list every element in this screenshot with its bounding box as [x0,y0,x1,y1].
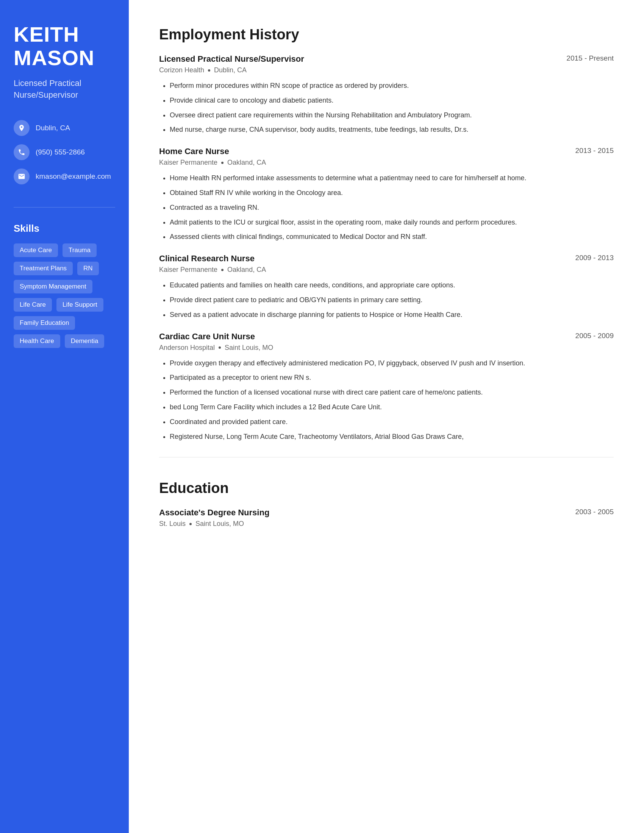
edu-school: St. LouisSaint Louis, MO [159,520,614,528]
list-item: Educated patients and families on health… [170,280,614,291]
job-bullets-list: Provide oxygen therapy and effectively a… [159,358,614,442]
skills-section: Skills Acute CareTraumaTreatment PlansRN… [14,223,115,348]
job-dates: 2009 - 2013 [575,254,614,262]
contact-phone: (950) 555-2866 [14,144,115,160]
edu-header: Associate's Degree Nursing2003 - 2005 [159,508,614,518]
school-location: Saint Louis, MO [195,520,244,528]
list-item: Assessed clients with clinical findings,… [170,232,614,242]
job-header: Cardiac Care Unit Nurse2005 - 2009 [159,332,614,341]
job-header: Home Care Nurse2013 - 2015 [159,146,614,156]
company-name: Corizon Health [159,66,204,74]
list-item: Registered Nurse, Long Term Acute Care, … [170,431,614,442]
dot-separator [208,69,210,72]
skill-tag: Life Support [56,298,103,312]
education-heading: Education [159,480,614,496]
job-dates: 2005 - 2009 [575,332,614,340]
list-item: Participated as a preceptor to orient ne… [170,372,614,383]
list-item: Admit patients to the ICU or surgical fl… [170,217,614,228]
list-item: Med nurse, charge nurse, CNA supervisor,… [170,124,614,135]
main-content: Employment History Licensed Practical Nu… [129,0,644,833]
employment-heading: Employment History [159,26,614,43]
job-company: Kaiser PermanenteOakland, CA [159,266,614,274]
skill-tag: RN [77,262,99,275]
edu-degree: Associate's Degree Nursing [159,508,269,518]
job-bullets-list: Perform minor procedures within RN scope… [159,80,614,135]
skill-tag: Acute Care [14,243,58,257]
list-item: Coordinated and provided patient care. [170,416,614,428]
list-item: Served as a patient advocate in discharg… [170,309,614,320]
job-entry: Licensed Practical Nurse/Supervisor2015 … [159,54,614,135]
skill-tag: Family Education [14,316,75,330]
contact-location: Dublin, CA [14,120,115,136]
email-icon [14,169,29,184]
job-entry: Cardiac Care Unit Nurse2005 - 2009Anders… [159,332,614,442]
sidebar: KEITH MASON Licensed Practical Nurse/Sup… [0,0,129,833]
job-entry: Clinical Research Nurse2009 - 2013Kaiser… [159,254,614,320]
sidebar-divider [14,207,115,207]
list-item: Contracted as a traveling RN. [170,202,614,213]
skill-tag: Health Care [14,334,60,348]
company-location: Dublin, CA [214,66,246,74]
list-item: Provide direct patient care to pediatric… [170,294,614,306]
edu-dates: 2003 - 2005 [575,508,614,516]
job-dates: 2015 - Present [566,54,614,63]
list-item: Perform minor procedures within RN scope… [170,80,614,91]
company-name: Kaiser Permanente [159,159,217,167]
candidate-title: Licensed Practical Nurse/Supervisor [14,78,115,101]
skill-tag: Life Care [14,298,52,312]
dot-separator [189,523,192,525]
location-icon [14,120,29,136]
company-location: Saint Louis, MO [225,344,273,352]
dot-separator [221,162,224,164]
skill-tag: Trauma [63,243,97,257]
dot-separator [219,346,221,349]
dot-separator [221,269,224,271]
phone-text: (950) 555-2866 [35,148,85,156]
education-entry: Associate's Degree Nursing2003 - 2005St.… [159,508,614,528]
contact-email: kmason@example.com [14,169,115,184]
education-container: Associate's Degree Nursing2003 - 2005St.… [159,508,614,528]
job-company: Anderson HospitalSaint Louis, MO [159,344,614,352]
list-item: Performed the function of a licensed voc… [170,387,614,398]
list-item: Provide clinical care to oncology and di… [170,95,614,106]
list-item: Oversee direct patient care requirements… [170,110,614,121]
job-header: Clinical Research Nurse2009 - 2013 [159,254,614,264]
job-bullets-list: Home Health RN performed intake assessme… [159,173,614,242]
skills-grid: Acute CareTraumaTreatment PlansRNSymptom… [14,243,115,348]
skill-tag: Treatment Plans [14,262,73,275]
list-item: Obtained Staff RN IV while working in th… [170,187,614,198]
list-item: bed Long Term Care Facility which includ… [170,402,614,413]
school-name: St. Louis [159,520,186,528]
job-bullets-list: Educated patients and families on health… [159,280,614,320]
job-title: Licensed Practical Nurse/Supervisor [159,54,304,64]
job-title: Clinical Research Nurse [159,254,254,264]
email-text: kmason@example.com [35,172,111,181]
job-dates: 2013 - 2015 [575,146,614,155]
candidate-name: KEITH MASON [14,23,115,69]
company-name: Kaiser Permanente [159,266,217,274]
job-title: Cardiac Care Unit Nurse [159,332,255,341]
job-title: Home Care Nurse [159,146,229,156]
company-name: Anderson Hospital [159,344,215,352]
job-header: Licensed Practical Nurse/Supervisor2015 … [159,54,614,64]
job-company: Kaiser PermanenteOakland, CA [159,159,614,167]
list-item: Home Health RN performed intake assessme… [170,173,614,183]
company-location: Oakland, CA [227,266,266,274]
job-entry: Home Care Nurse2013 - 2015Kaiser Permane… [159,146,614,242]
list-item: Provide oxygen therapy and effectively a… [170,358,614,369]
education-divider [159,457,614,457]
company-location: Oakland, CA [227,159,266,167]
skill-tag: Dementia [65,334,105,348]
location-text: Dublin, CA [35,124,70,132]
phone-icon [14,144,29,160]
job-company: Corizon HealthDublin, CA [159,66,614,74]
jobs-container: Licensed Practical Nurse/Supervisor2015 … [159,54,614,442]
skill-tag: Symptom Management [14,280,92,293]
contact-section: Dublin, CA (950) 555-2866 kmason@example… [14,120,115,184]
skills-heading: Skills [14,223,115,234]
